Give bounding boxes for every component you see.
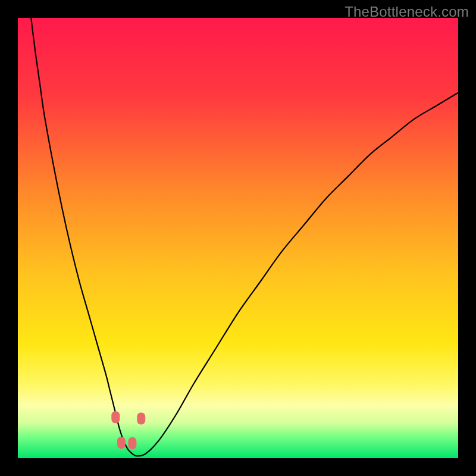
curve-marker (117, 437, 126, 449)
chart-svg (18, 18, 458, 458)
chart-frame: TheBottleneck.com (0, 0, 476, 476)
curve-marker (137, 412, 145, 424)
watermark-text: TheBottleneck.com (345, 4, 469, 20)
curve-marker (128, 437, 136, 449)
curve-marker (111, 411, 120, 423)
gradient-background (18, 18, 458, 458)
plot-area (18, 18, 458, 458)
